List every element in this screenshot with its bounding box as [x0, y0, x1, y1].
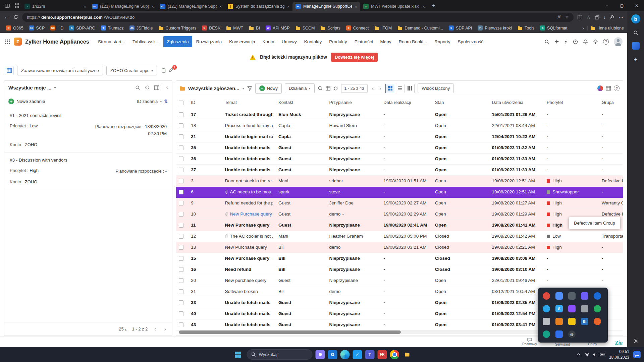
tray-app-icon[interactable] — [581, 305, 588, 312]
next-page-icon[interactable]: › — [163, 326, 167, 332]
history-icon[interactable] — [573, 39, 578, 44]
sidebar-settings-icon[interactable] — [633, 339, 638, 344]
bookmark-item[interactable]: JSJSFiddle — [127, 24, 156, 32]
ticket-row[interactable]: 13New Purchase queryBilldemo19/08/2020 0… — [176, 242, 623, 253]
column-header[interactable]: Kontakt — [276, 96, 327, 109]
start-button[interactable] — [232, 349, 244, 360]
tray-app-icon[interactable] — [543, 318, 550, 325]
row-checkbox[interactable] — [179, 112, 183, 117]
tray-app-icon[interactable] — [543, 330, 550, 338]
close-button[interactable]: ✕ — [629, 0, 644, 11]
split-screen-icon[interactable] — [578, 15, 582, 19]
nav-item[interactable]: Produkty — [326, 36, 350, 47]
column-header[interactable]: Data realizacji — [381, 96, 432, 109]
filter-funnel-icon[interactable] — [247, 86, 252, 91]
bookmark-item[interactable]: SCSCP — [26, 24, 48, 32]
browser-tab[interactable]: ◔1h22m× — [21, 2, 89, 11]
sort-direction-icon[interactable]: ⇅ — [164, 99, 168, 104]
column-header[interactable]: ID — [188, 96, 222, 109]
ticket-row[interactable]: 21Unable to login mail ser...CaplaNieprz… — [176, 131, 623, 142]
tab-actions-icon[interactable] — [12, 3, 21, 8]
todo-icon[interactable]: ✓ — [353, 350, 362, 359]
nav-item[interactable]: Kontakty — [301, 36, 325, 47]
chevron-down-icon[interactable]: ▾ — [54, 86, 56, 89]
bookmark-item[interactable]: WAPI MSP — [263, 24, 292, 32]
ticket-row[interactable]: 37Unable to fetch mailsGuestNieprzypisan… — [176, 164, 623, 175]
tickets-view-title[interactable]: Wszystkie zgłoszen... — [188, 85, 239, 91]
sidebar-search-icon[interactable] — [633, 30, 638, 35]
tray-chevron-up-icon[interactable] — [577, 353, 581, 356]
column-header[interactable]: Priorytet — [544, 96, 599, 109]
bookmark-item[interactable]: DDESK — [199, 24, 223, 32]
tab-close-icon[interactable]: × — [219, 4, 222, 9]
new-ticket-button[interactable]: + Nowy — [255, 83, 282, 94]
taskbar-search-input[interactable] — [259, 352, 299, 357]
tab-close-icon[interactable]: × — [84, 4, 86, 9]
other-favorites[interactable]: Inne ulubione — [587, 26, 624, 31]
zia-logo[interactable]: Zia — [615, 340, 623, 346]
bing-copilot-icon[interactable]: b — [631, 14, 640, 23]
column-view-icon[interactable] — [405, 84, 415, 93]
chevron-down-icon[interactable]: ▾ — [342, 213, 344, 216]
bookmark-item[interactable]: BI — [246, 25, 263, 32]
ticket-row[interactable]: 20New purchase queryGuestNieprzypisane-O… — [176, 275, 623, 286]
edit-icon[interactable]: 1 — [169, 68, 173, 73]
maximize-button[interactable]: ▢ — [614, 0, 629, 11]
nav-item[interactable]: Płatności — [351, 36, 376, 47]
apps-grid-icon[interactable] — [5, 39, 10, 45]
tickets-range[interactable]: 1 - 25 z 43 — [341, 84, 368, 93]
battery-icon[interactable] — [600, 353, 605, 356]
combined-view-button[interactable]: Widok łączony — [418, 83, 454, 93]
horizontal-scrollbar[interactable] — [179, 330, 583, 334]
sidebar-add-icon[interactable]: + — [634, 56, 638, 63]
scrollbar-thumb[interactable] — [179, 330, 401, 334]
row-checkbox[interactable] — [179, 289, 183, 294]
minimize-button[interactable]: − — [600, 0, 614, 11]
analytics-button[interactable]: Zaawansowane rozwiązania analityczne — [17, 66, 103, 75]
column-header[interactable]: Data utworzenia — [489, 96, 544, 109]
nav-item[interactable]: Strona start... — [95, 36, 128, 47]
learn-more-button[interactable]: Dowiedz się więcej — [331, 53, 378, 62]
tab-close-icon[interactable]: × — [355, 4, 357, 9]
tray-app-icon[interactable] — [568, 305, 576, 312]
outlook-icon[interactable]: O — [328, 350, 337, 359]
settings-gear-icon[interactable] — [593, 39, 598, 44]
tasks-refresh-icon[interactable] — [145, 85, 150, 90]
favorites-icon[interactable]: ☆ — [587, 15, 591, 20]
chevron-down-icon[interactable]: ▾ — [243, 86, 244, 90]
clipboard-icon[interactable] — [162, 68, 166, 73]
browser-tab[interactable]: XMWT website update.xlsx× — [360, 2, 428, 11]
user-avatar[interactable] — [614, 37, 623, 46]
tray-app-icon[interactable] — [555, 318, 563, 325]
folder-icon[interactable] — [402, 350, 412, 359]
ticket-row[interactable]: 3Door got stuck in the re...Manisridhar1… — [176, 175, 623, 186]
address-bar[interactable]: https://demo.supportcenterplus.com/WOLis… — [22, 13, 574, 22]
tray-app-icon[interactable]: Bi — [581, 318, 588, 325]
tray-app-icon[interactable] — [555, 292, 563, 300]
row-checkbox[interactable] — [179, 234, 183, 239]
row-checkbox[interactable] — [179, 223, 183, 228]
ticket-row[interactable]: 35Unable to fetch mailsGuestNieprzypisan… — [176, 142, 623, 153]
creator-apps-button[interactable]: ZOHO Creator apps ▾ — [106, 66, 157, 75]
row-checkbox[interactable] — [179, 245, 183, 250]
collections-icon[interactable] — [595, 15, 599, 19]
column-header[interactable]: Stan — [432, 96, 489, 109]
ticket-row[interactable]: 36Unable to fetch mailsGuestNieprzypisan… — [176, 153, 623, 164]
bookmarks-overflow-icon[interactable]: › — [581, 25, 585, 31]
grid-view-icon[interactable] — [385, 84, 395, 93]
browser-tab[interactable]: SC(121) ManageEngine SupportCen...× — [157, 2, 225, 11]
row-checkbox[interactable] — [179, 168, 183, 172]
bookmark-item[interactable]: SSDP API — [446, 24, 475, 32]
row-checkbox[interactable] — [179, 179, 183, 183]
extensions-icon[interactable] — [610, 15, 614, 19]
select-all-checkbox[interactable] — [179, 101, 183, 105]
tab-close-icon[interactable]: × — [151, 4, 154, 9]
nav-item[interactable]: Umowy — [278, 36, 300, 47]
next-page-icon[interactable]: › — [378, 85, 382, 92]
tray-app-icon[interactable] — [555, 330, 563, 338]
wifi-icon[interactable] — [585, 353, 590, 357]
tray-app-icon[interactable]: S — [555, 305, 563, 312]
row-checkbox[interactable] — [179, 201, 183, 205]
new-task-button[interactable]: + Nowe zadanie — [8, 99, 45, 104]
quick-actions-icon[interactable] — [564, 39, 568, 44]
